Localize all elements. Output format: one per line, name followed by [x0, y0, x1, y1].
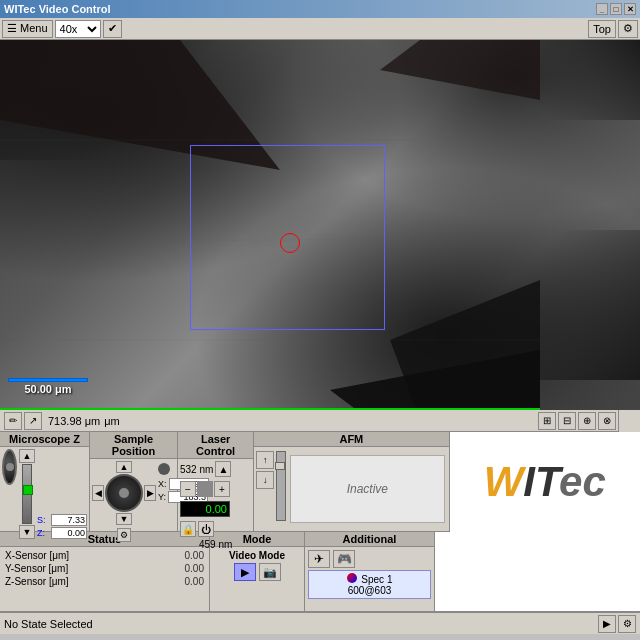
green-line — [0, 408, 540, 410]
laser-wavelength-row: 532 nm ▲ — [180, 461, 251, 477]
video-icon-3[interactable]: ⊕ — [578, 412, 596, 430]
mode-content: Video Mode ▶ 📷 — [210, 547, 304, 584]
video-area: 50.00 μm — [0, 40, 640, 410]
settings-button[interactable]: ⚙ — [618, 615, 636, 633]
additional-row: ✈ 🎮 — [308, 550, 431, 568]
laser-lock-button[interactable]: 🔒 — [180, 521, 196, 537]
crosshair-circle — [280, 233, 300, 253]
sample-position-header: Sample Position — [90, 432, 177, 459]
z-s-row: S: 7.33 — [37, 514, 87, 526]
afm-controls: ↑ ↓ — [256, 451, 274, 527]
additional-panel: Additional ✈ 🎮 Spec 1 600@603 — [305, 532, 435, 611]
laser-control-buttons: − + — [180, 481, 251, 497]
z-s-label: S: — [37, 515, 49, 525]
play-button[interactable]: ▶ — [598, 615, 616, 633]
spec-color-dot — [347, 573, 357, 583]
additional-btn-1[interactable]: ✈ — [308, 550, 330, 568]
draw-tool-button[interactable]: ✏ — [4, 412, 22, 430]
inactive-status-box: Inactive — [290, 455, 444, 523]
z-z-value: 0.00 — [51, 527, 87, 539]
afm-btn-2[interactable]: ↓ — [256, 471, 274, 489]
table-row: Y-Sensor [μm] 0.00 — [2, 562, 207, 575]
laser-icon-row: 🔒 ⏻ — [180, 521, 251, 537]
status-bar: No State Selected ▶ ⚙ — [0, 612, 640, 634]
stage-center — [119, 488, 129, 498]
laser-control-header: Laser Control — [178, 432, 253, 459]
video-icon-1[interactable]: ⊞ — [538, 412, 556, 430]
stage-indicator[interactable] — [105, 474, 143, 512]
z-z-label: Z: — [37, 528, 49, 538]
laser-plus-button[interactable]: + — [214, 481, 230, 497]
inactive-label: Inactive — [347, 482, 388, 496]
laser-power-button[interactable]: ⏻ — [198, 521, 214, 537]
afm-content: ↑ ↓ Inactive — [254, 447, 448, 531]
laser-control-content: 532 nm ▲ − + 0.00 🔒 ⏻ 459 nm — [178, 459, 253, 552]
maximize-button[interactable]: □ — [610, 3, 622, 15]
cursor-tool-button[interactable]: ↗ — [24, 412, 42, 430]
z-s-value: 7.33 — [51, 514, 87, 526]
video-icon-4[interactable]: ⊗ — [598, 412, 616, 430]
bottom-row: Status X-Sensor [μm] 0.00 Y-Sensor [μm] … — [0, 532, 640, 612]
table-row: Z-Sensor [μm] 0.00 — [2, 575, 207, 588]
y-label: Y: — [158, 492, 166, 502]
spec-box: Spec 1 600@603 — [308, 570, 431, 599]
zoom-select[interactable]: 40x 10x 20x 100x — [55, 20, 101, 38]
sample-position-content: ▲ ◀ ▶ ▼ ⚙ X: 169.7 — [90, 459, 177, 544]
microscope-z-content: ▲ ▼ S: 7.33 Z: 0.00 — [0, 447, 89, 541]
stage-arrow-left[interactable]: ◀ — [92, 485, 104, 501]
status-content: X-Sensor [μm] 0.00 Y-Sensor [μm] 0.00 Z-… — [0, 547, 209, 590]
sample-settings-button[interactable]: ⚙ — [117, 528, 131, 542]
status-controls: ▶ ⚙ — [598, 615, 636, 633]
laser-control-panel: Laser Control 532 nm ▲ − + 0.00 🔒 ⏻ 459 … — [178, 432, 254, 531]
witec-logo: WITec — [484, 458, 606, 506]
z-up-button[interactable]: ▲ — [19, 449, 35, 463]
additional-btn-2[interactable]: 🎮 — [333, 550, 355, 568]
afm-panel: AFM ↑ ↓ Inactive — [254, 432, 449, 531]
laser-minus-button[interactable]: − — [180, 481, 196, 497]
witec-t: T — [535, 458, 559, 505]
window-controls: _ □ ✕ — [596, 3, 636, 15]
mode-icons: ▶ 📷 — [213, 563, 301, 581]
camera-mode-button[interactable]: 📷 — [259, 563, 281, 581]
gear-button[interactable]: ⚙ — [618, 20, 638, 38]
close-button[interactable]: ✕ — [624, 3, 636, 15]
z-arrows: ▲ ▼ — [19, 449, 35, 539]
toolbar: ☰ Menu 40x 10x 20x 100x ✔ Top ⚙ — [0, 18, 640, 40]
witec-e: ec — [559, 458, 606, 505]
z-dial[interactable] — [2, 449, 17, 485]
status-table: X-Sensor [μm] 0.00 Y-Sensor [μm] 0.00 Z-… — [2, 549, 207, 588]
title-bar: WITec Video Control _ □ ✕ — [0, 0, 640, 18]
spec1-label: Spec 1 — [361, 574, 392, 585]
laser-nm-display: 459 nm — [180, 539, 251, 550]
logo-bottom-area — [435, 532, 640, 611]
position-icon — [158, 463, 170, 475]
z-z-row: Z: 0.00 — [37, 527, 87, 539]
table-row: X-Sensor [μm] 0.00 — [2, 549, 207, 562]
z-sensor-value: 0.00 — [152, 575, 207, 588]
afm-header: AFM — [254, 432, 448, 447]
check-button[interactable]: ✔ — [103, 20, 122, 38]
z-slider[interactable] — [22, 464, 32, 524]
laser-power-display: 0.00 — [180, 501, 230, 517]
video-icon-2[interactable]: ⊟ — [558, 412, 576, 430]
top-button[interactable]: Top — [588, 20, 616, 38]
stage-arrow-up[interactable]: ▲ — [116, 461, 132, 473]
minimize-button[interactable]: _ — [596, 3, 608, 15]
video-mode-button[interactable]: ▶ — [234, 563, 256, 581]
menu-button[interactable]: ☰ Menu — [2, 20, 53, 38]
panels-row: Microscope Z ▲ ▼ S: 7.33 — [0, 432, 640, 532]
z-slider-thumb — [23, 485, 33, 495]
laser-wl-up-button[interactable]: ▲ — [215, 461, 231, 477]
witec-logo-area: WITec — [450, 432, 640, 532]
main-content: ▲ ⊕ ◈ ⊞ ⊗ — [0, 40, 640, 612]
afm-slider[interactable] — [276, 451, 286, 521]
z-down-button[interactable]: ▼ — [19, 525, 35, 539]
laser-wavelength-label: 532 nm — [180, 464, 213, 475]
video-controls-bar: ✏ ↗ 713.98 μm μm ⊞ ⊟ ⊕ ⊗ ⊙ — [0, 410, 640, 432]
position-display: 713.98 μm — [48, 415, 100, 427]
stage-arrow-down[interactable]: ▼ — [116, 513, 132, 525]
additional-content: ✈ 🎮 Spec 1 600@603 — [305, 547, 434, 602]
stage-arrow-right[interactable]: ▶ — [144, 485, 156, 501]
afm-btn-1[interactable]: ↑ — [256, 451, 274, 469]
microscope-z-panel: Microscope Z ▲ ▼ S: 7.33 — [0, 432, 90, 531]
